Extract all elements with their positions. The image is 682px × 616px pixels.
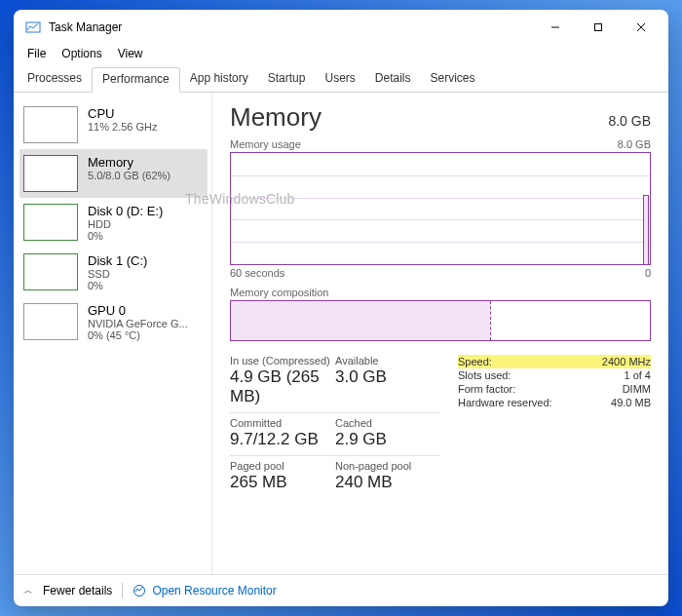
cpu-thumb — [23, 106, 78, 143]
memory-total: 8.0 GB — [608, 113, 651, 129]
disk1-thumb — [23, 253, 78, 290]
in-use-value: 4.9 GB (265 MB) — [230, 367, 335, 406]
perf-label: GPU 0 — [88, 303, 188, 318]
speed-label: Speed: — [458, 356, 492, 367]
close-button[interactable] — [620, 14, 663, 41]
gpu0-thumb — [23, 303, 78, 340]
paged-value: 265 MB — [230, 473, 335, 492]
perf-sub2: 0% (45 °C) — [88, 329, 188, 341]
page-title: Memory — [230, 102, 322, 133]
menubar: File Options View — [14, 45, 668, 66]
memory-stats: In use (Compressed) 4.9 GB (265 MB) Avai… — [230, 355, 651, 492]
perf-sub2: 0% — [88, 280, 147, 291]
tab-processes[interactable]: Processes — [18, 67, 92, 93]
committed-value: 9.7/12.2 GB — [230, 430, 335, 449]
memory-thumb — [23, 155, 78, 192]
disk0-thumb — [23, 204, 78, 241]
usage-graph-max: 8.0 GB — [618, 138, 651, 150]
axis-left: 60 seconds — [230, 267, 284, 279]
nonpaged-value: 240 MB — [335, 473, 440, 492]
open-resource-monitor-link[interactable]: Open Resource Monitor — [133, 584, 276, 597]
perf-sidebar: CPU 11% 2.56 GHz Memory 5.0/8.0 GB (62%)… — [14, 93, 212, 574]
perf-sub: 5.0/8.0 GB (62%) — [88, 170, 170, 181]
minimize-button[interactable] — [534, 14, 577, 41]
perf-sub: 11% 2.56 GHz — [88, 121, 158, 133]
tab-users[interactable]: Users — [315, 67, 364, 93]
resource-monitor-icon — [133, 584, 146, 597]
svg-rect-2 — [595, 24, 602, 31]
app-icon — [25, 19, 41, 35]
slots-label: Slots used: — [458, 369, 511, 381]
tabstrip: Processes Performance App history Startu… — [14, 66, 668, 93]
in-use-label: In use (Compressed) — [230, 355, 335, 366]
paged-label: Paged pool — [230, 460, 335, 472]
task-manager-window: Task Manager File Options View Processes… — [14, 10, 668, 606]
window-controls — [534, 14, 663, 41]
form-label: Form factor: — [458, 383, 515, 395]
tab-details[interactable]: Details — [365, 67, 421, 93]
cached-value: 2.9 GB — [335, 430, 440, 449]
perf-label: Disk 0 (D: E:) — [88, 204, 163, 218]
perf-sub: NVIDIA GeForce G... — [88, 318, 188, 329]
fewer-details-link[interactable]: Fewer details — [43, 584, 112, 597]
axis-right: 0 — [645, 267, 651, 279]
kv-slots: Slots used: 1 of 4 — [458, 368, 651, 382]
kv-speed: Speed: 2400 MHz — [458, 355, 651, 368]
perf-item-disk1[interactable]: Disk 1 (C:) SSD 0% — [19, 248, 208, 297]
footer-divider — [122, 583, 123, 598]
hwreserved-value: 49.0 MB — [611, 397, 651, 408]
kv-form: Form factor: DIMM — [458, 382, 651, 396]
available-label: Available — [335, 355, 440, 366]
usage-current-bar — [643, 195, 649, 264]
committed-label: Committed — [230, 417, 335, 429]
composition-label: Memory composition — [230, 287, 651, 298]
perf-sub2: 0% — [88, 230, 163, 242]
perf-item-disk0[interactable]: Disk 0 (D: E:) HDD 0% — [19, 198, 208, 248]
menu-options[interactable]: Options — [56, 45, 107, 62]
tab-app-history[interactable]: App history — [180, 67, 258, 93]
memory-usage-graph[interactable] — [230, 152, 651, 265]
form-value: DIMM — [623, 383, 651, 395]
usage-graph-label: Memory usage — [230, 138, 301, 150]
chevron-up-icon[interactable]: ︿ — [23, 584, 33, 597]
tab-services[interactable]: Services — [421, 67, 485, 93]
nonpaged-label: Non-paged pool — [335, 460, 440, 472]
footer: ︿ Fewer details Open Resource Monitor — [14, 574, 668, 606]
maximize-button[interactable] — [577, 14, 620, 41]
tab-startup[interactable]: Startup — [258, 67, 316, 93]
perf-sub: SSD — [88, 268, 147, 280]
menu-file[interactable]: File — [21, 45, 52, 62]
content-area: CPU 11% 2.56 GHz Memory 5.0/8.0 GB (62%)… — [14, 93, 668, 574]
window-title: Task Manager — [49, 20, 122, 34]
tab-performance[interactable]: Performance — [92, 67, 180, 93]
perf-sub: HDD — [88, 218, 163, 230]
hwreserved-label: Hardware reserved: — [458, 397, 552, 408]
perf-item-cpu[interactable]: CPU 11% 2.56 GHz — [19, 100, 208, 149]
cached-label: Cached — [335, 417, 440, 429]
perf-item-memory[interactable]: Memory 5.0/8.0 GB (62%) — [19, 149, 208, 198]
slots-value: 1 of 4 — [624, 369, 651, 381]
menu-view[interactable]: View — [112, 45, 149, 62]
perf-main: Memory 8.0 GB Memory usage 8.0 GB 60 sec… — [212, 93, 668, 574]
perf-item-gpu0[interactable]: GPU 0 NVIDIA GeForce G... 0% (45 °C) — [19, 297, 208, 347]
perf-label: Memory — [88, 155, 170, 170]
titlebar: Task Manager — [14, 10, 668, 45]
speed-value: 2400 MHz — [602, 356, 651, 367]
available-value: 3.0 GB — [335, 367, 440, 387]
perf-label: CPU — [88, 106, 158, 121]
composition-used — [231, 301, 491, 340]
resource-monitor-text: Open Resource Monitor — [152, 584, 276, 597]
memory-composition-graph[interactable] — [230, 300, 651, 341]
kv-hwreserved: Hardware reserved: 49.0 MB — [458, 396, 651, 409]
perf-label: Disk 1 (C:) — [88, 253, 147, 268]
